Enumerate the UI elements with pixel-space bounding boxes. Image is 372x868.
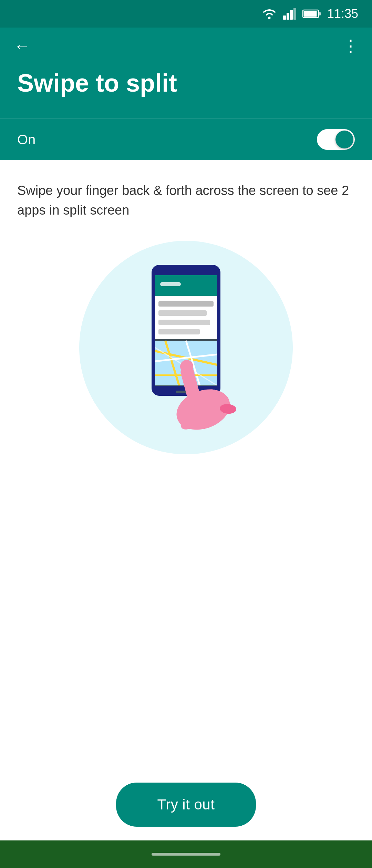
back-button[interactable]: ← (14, 38, 30, 54)
svg-rect-16 (155, 339, 217, 341)
description-text: Swipe your finger back & forth across th… (17, 181, 355, 220)
more-options-button[interactable]: ⋮ (342, 38, 358, 54)
circle-background (79, 241, 293, 454)
svg-rect-3 (290, 10, 293, 20)
svg-rect-11 (160, 282, 181, 286)
try-it-out-button[interactable]: Try it out (116, 783, 256, 827)
navigation-bar (0, 840, 372, 868)
phone-illustration (131, 258, 241, 437)
status-bar: 11:35 (0, 0, 372, 28)
svg-rect-12 (158, 301, 214, 307)
toggle-label: On (17, 132, 35, 147)
toggle-switch[interactable] (317, 129, 355, 150)
nav-pill (152, 853, 220, 856)
content-area: Swipe your finger back & forth across th… (0, 160, 372, 454)
svg-rect-7 (319, 12, 321, 16)
status-time: 11:35 (327, 7, 358, 21)
header-area: Swipe to split (0, 61, 372, 118)
svg-rect-6 (303, 11, 317, 17)
illustration-container (17, 241, 355, 454)
signal-icon (283, 8, 296, 20)
battery-icon (302, 9, 321, 19)
bottom-section: Try it out (0, 783, 372, 827)
svg-rect-4 (293, 8, 296, 20)
toggle-thumb (335, 131, 353, 148)
toolbar: ← ⋮ (0, 28, 372, 61)
svg-rect-14 (158, 320, 210, 325)
page-title: Swipe to split (17, 68, 355, 98)
svg-point-28 (180, 360, 193, 373)
wifi-icon (262, 8, 277, 20)
svg-rect-13 (158, 310, 207, 316)
toggle-row[interactable]: On (0, 118, 372, 160)
svg-rect-2 (287, 13, 289, 20)
status-icons: 11:35 (262, 7, 358, 21)
svg-point-0 (268, 17, 270, 19)
svg-rect-1 (283, 16, 286, 20)
svg-rect-15 (158, 329, 200, 334)
